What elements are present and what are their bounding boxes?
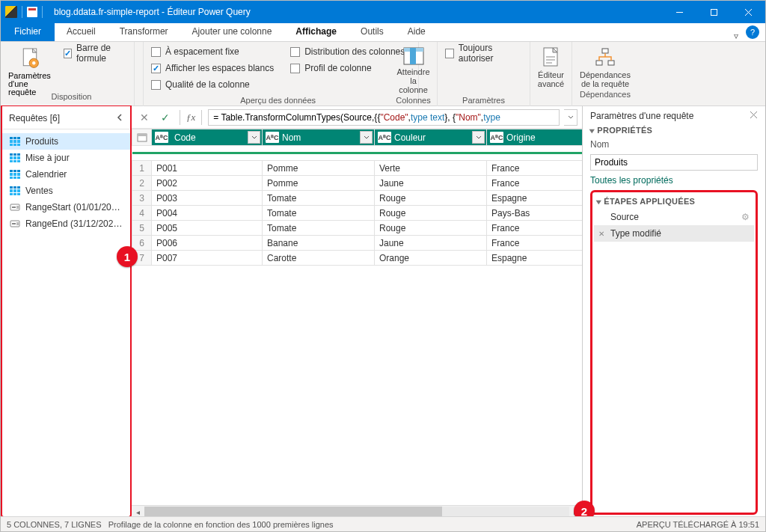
table-row[interactable]: 7P007CarotteOrangeEspagne	[132, 251, 583, 266]
goto-column-icon[interactable]	[401, 46, 426, 66]
cell[interactable]: France	[487, 176, 583, 191]
svg-rect-21	[138, 134, 147, 136]
cell[interactable]: Orange	[375, 251, 487, 266]
query-item[interactable]: Mise à jour	[2, 150, 130, 166]
column-header[interactable]: AᴮCOrigine	[487, 129, 583, 146]
column-header[interactable]: AᴮCCouleur	[375, 129, 487, 146]
cell[interactable]: P007	[152, 251, 263, 266]
always-allow-checkbox[interactable]: Toujours autoriser	[445, 46, 522, 61]
whitespace-checkbox[interactable]: Afficher les espaces blancs	[151, 61, 274, 76]
query-item[interactable]: RangeStart (01/01/2021…	[2, 199, 130, 215]
table-row[interactable]: 3P003TomateRougeEspagne	[132, 191, 583, 206]
table-row[interactable]: 1P001PommeVerteFrance	[132, 161, 583, 176]
tab-transformer[interactable]: Transformer	[108, 22, 180, 41]
save-icon[interactable]	[27, 7, 37, 17]
cell[interactable]: Rouge	[375, 191, 487, 206]
cell[interactable]: Tomate	[263, 206, 375, 221]
column-header[interactable]: AᴮCNom	[263, 129, 375, 146]
columns-group-label: Colonnes	[396, 94, 430, 106]
collapse-queries-button[interactable]	[116, 113, 123, 123]
commit-formula-button[interactable]: ✓	[157, 109, 174, 126]
gear-icon[interactable]: ⚙	[741, 212, 750, 222]
cancel-formula-button[interactable]: ✕	[136, 109, 153, 126]
query-item[interactable]: Calendrier	[2, 166, 130, 183]
cell[interactable]: Rouge	[375, 206, 487, 221]
tab-outils[interactable]: Outils	[349, 22, 396, 41]
advanced-editor-icon[interactable]	[539, 46, 564, 69]
cell[interactable]: P004	[152, 206, 263, 221]
type-text-icon: AᴮC	[378, 132, 391, 143]
cell[interactable]: Carotte	[263, 251, 375, 266]
svg-rect-16	[16, 206, 19, 209]
query-settings-icon[interactable]	[18, 46, 42, 72]
cell[interactable]: France	[487, 221, 583, 236]
ribbon-tabs: Fichier Accueil Transformer Ajouter une …	[1, 23, 765, 42]
applied-steps-section[interactable]: ÉTAPES APPLIQUÉES	[594, 197, 754, 209]
row-number: 6	[132, 236, 152, 251]
table-row[interactable]: 5P005TomateRougeFrance	[132, 221, 583, 236]
query-name-input[interactable]	[590, 154, 758, 171]
cell[interactable]: P005	[152, 221, 263, 236]
all-properties-link[interactable]: Toutes les propriétés	[590, 175, 758, 186]
cell[interactable]: Espagne	[487, 251, 583, 266]
cell[interactable]: Jaune	[375, 236, 487, 251]
query-dependencies-icon[interactable]	[592, 46, 618, 69]
tab-accueil[interactable]: Accueil	[55, 22, 108, 41]
column-quality-checkbox[interactable]: Qualité de la colonne	[151, 77, 274, 92]
collapse-ribbon-button[interactable]: ▿	[728, 31, 744, 41]
cell[interactable]: Pomme	[263, 176, 375, 191]
cell[interactable]: Rouge	[375, 221, 487, 236]
column-filter-button[interactable]	[360, 131, 373, 144]
select-all-corner[interactable]	[132, 129, 152, 146]
cell[interactable]: P001	[152, 161, 263, 176]
tab-affichage[interactable]: Affichage	[284, 22, 349, 41]
query-item[interactable]: RangeEnd (31/12/2022 0…	[2, 215, 130, 232]
cell[interactable]: Banane	[263, 236, 375, 251]
cell[interactable]: Jaune	[375, 176, 487, 191]
monospace-checkbox[interactable]: À espacement fixe	[151, 44, 274, 59]
query-item-label: RangeStart (01/01/2021…	[25, 202, 123, 213]
tab-aide[interactable]: Aide	[396, 22, 438, 41]
dependencies-group-label: Dépendances	[580, 88, 631, 100]
table-row[interactable]: 2P002PommeJauneFrance	[132, 176, 583, 191]
formula-bar-checkbox[interactable]: Barre de formule	[64, 46, 126, 61]
cell[interactable]: Tomate	[263, 221, 375, 236]
tab-ajouter-colonne[interactable]: Ajouter une colonne	[180, 22, 284, 41]
column-filter-button[interactable]	[248, 131, 260, 144]
formula-expand-button[interactable]	[564, 109, 577, 126]
cell[interactable]: P006	[152, 236, 263, 251]
maximize-button[interactable]	[696, 1, 731, 23]
cell[interactable]: Verte	[375, 161, 487, 176]
column-distribution-checkbox[interactable]: Distribution des colonnes	[290, 44, 405, 59]
cell[interactable]: France	[487, 161, 583, 176]
tab-file[interactable]: Fichier	[1, 22, 55, 41]
close-button[interactable]	[731, 1, 765, 23]
cell[interactable]: Pays-Bas	[487, 206, 583, 221]
cell[interactable]: Espagne	[487, 191, 583, 206]
properties-section[interactable]: PROPRIÉTÉS	[590, 126, 758, 135]
query-item[interactable]: Ventes	[2, 183, 130, 199]
minimize-button[interactable]	[662, 1, 696, 23]
help-button[interactable]: ?	[746, 25, 759, 39]
formula-input[interactable]: = Table.TransformColumnTypes(Source,{{"C…	[208, 109, 560, 126]
column-header[interactable]: AᴮCCode	[152, 129, 263, 146]
table-icon	[10, 153, 20, 162]
column-filter-button[interactable]	[472, 131, 485, 144]
table-row[interactable]: 4P004TomateRougePays-Bas	[132, 206, 583, 221]
query-item-label: Produits	[25, 136, 123, 147]
cell[interactable]: Tomate	[263, 191, 375, 206]
close-settings-button[interactable]	[750, 111, 758, 121]
step-type-modifie[interactable]: Type modifié	[594, 225, 754, 242]
cell[interactable]: P003	[152, 191, 263, 206]
query-item[interactable]: Produits	[2, 133, 130, 150]
column-profile-checkbox[interactable]: Profil de colonne	[290, 61, 405, 76]
cell[interactable]: Pomme	[263, 161, 375, 176]
cell[interactable]: France	[487, 236, 583, 251]
query-settings-title: Paramètres d'une requête	[590, 111, 693, 121]
query-settings-pane: Paramètres d'une requête PROPRIÉTÉS Nom …	[582, 106, 765, 518]
step-source[interactable]: Source⚙	[594, 209, 754, 225]
data-grid[interactable]: AᴮCCodeAᴮCNomAᴮCCouleurAᴮCOrigine 1P001P…	[132, 129, 582, 505]
table-row[interactable]: 6P006BananeJauneFrance	[132, 236, 583, 251]
cell[interactable]: P002	[152, 176, 263, 191]
row-number: 1	[132, 161, 152, 176]
